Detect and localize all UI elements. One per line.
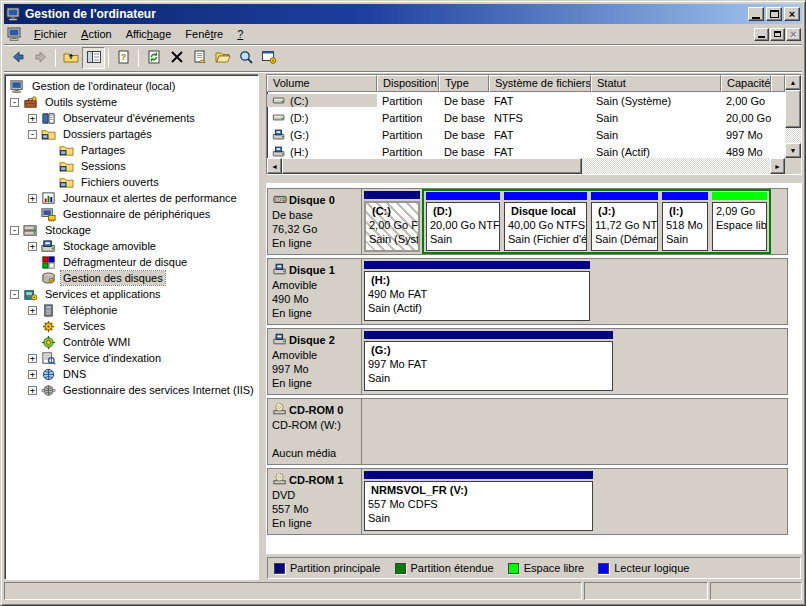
volume-row-d[interactable]: (D:)PartitionDe baseNTFSSain20,00 Go	[267, 109, 785, 126]
minimize-button[interactable]	[748, 7, 764, 21]
expand-toggle[interactable]: +	[28, 386, 37, 395]
vertical-scrollbar[interactable]: ▲ ▼	[785, 75, 801, 158]
show-hide-tree-button[interactable]	[82, 47, 105, 69]
free-space-segment[interactable]: 2,09 GoEspace lib	[710, 191, 769, 252]
collapse-toggle[interactable]: -	[10, 290, 19, 299]
tree-item-partages[interactable]: Partages	[6, 142, 258, 158]
up-one-level-button[interactable]	[59, 47, 82, 69]
column-header-volume[interactable]: Volume	[267, 75, 377, 92]
tree-item-journaux-et-alertes-de-performance[interactable]: +Journaux et alertes de performance	[6, 190, 258, 206]
menu-action[interactable]: Action	[74, 26, 119, 42]
expand-toggle[interactable]: +	[28, 194, 37, 203]
console-button[interactable]	[257, 47, 280, 69]
open-button[interactable]	[211, 47, 234, 69]
forward-button[interactable]	[29, 47, 52, 69]
refresh-button[interactable]	[142, 47, 165, 69]
disk-label[interactable]: CD-ROM 0CD-ROM (W:) Aucun média	[268, 399, 362, 464]
disk-label[interactable]: Disque 1Amovible490 MoEn ligne	[268, 259, 362, 324]
partition-size: 557 Mo CDFS	[368, 497, 589, 511]
pane-splitter[interactable]	[259, 74, 266, 580]
volume-list-header: VolumeDispositionTypeSystème de fichiers…	[267, 75, 785, 92]
maximize-button[interactable]	[766, 7, 782, 21]
console-tree: Gestion de l'ordinateur (local)-Outils s…	[4, 74, 259, 580]
partition-j[interactable]: (J:)11,72 Go NTFSain (Démarr	[589, 191, 660, 252]
tree-item-gestionnaire-de-p-riph-riques[interactable]: Gestionnaire de périphériques	[6, 206, 258, 222]
volume-list: VolumeDispositionTypeSystème de fichiers…	[266, 74, 802, 175]
partition-c[interactable]: (C:)2,00 Go FSain (Syst	[362, 189, 422, 254]
performance-icon	[41, 191, 57, 206]
expand-toggle[interactable]: +	[28, 306, 37, 315]
tree-item-stockage-amovible[interactable]: +Stockage amovible	[6, 238, 258, 254]
collapse-toggle[interactable]: -	[10, 98, 19, 107]
mdi-minimize-button[interactable]	[754, 28, 769, 41]
tree-item-services-et-applications[interactable]: -Services et applications	[6, 286, 258, 302]
menu-fentre[interactable]: Fenêtre	[178, 26, 230, 42]
back-icon	[10, 49, 26, 67]
collapse-toggle[interactable]: -	[28, 130, 37, 139]
horizontal-splitter[interactable]	[266, 175, 802, 183]
volume-row-h[interactable]: (H:)PartitionDe baseFATSain (Actif)489 M…	[267, 143, 785, 158]
tree-item-contr-le-wmi[interactable]: Contrôle WMI	[6, 334, 258, 350]
display-button[interactable]	[234, 47, 257, 69]
expand-toggle[interactable]: +	[28, 114, 37, 123]
column-header-syst-me-de-fichiers[interactable]: Système de fichiers	[489, 75, 591, 92]
collapse-toggle[interactable]: -	[10, 226, 19, 235]
menu-help[interactable]: ?	[230, 26, 250, 42]
expand-toggle[interactable]: +	[28, 354, 37, 363]
menu-fichier[interactable]: Fichier	[27, 26, 74, 42]
horizontal-scrollbar[interactable]: ◄ ►	[267, 158, 785, 174]
tree-item-label: Stockage amovible	[61, 239, 158, 253]
column-header-type[interactable]: Type	[439, 75, 489, 92]
mdi-restore-button[interactable]	[770, 28, 785, 41]
tree-item-stockage[interactable]: -Stockage	[6, 222, 258, 238]
disk-info-line: Amovible	[272, 278, 359, 292]
tree-item-observateur-d-v-nements[interactable]: +Observateur d'événements	[6, 110, 258, 126]
disk-label[interactable]: CD-ROM 1DVD557 MoEn ligne	[268, 469, 362, 534]
properties-button[interactable]	[188, 47, 211, 69]
mdi-close-button[interactable]: ×	[786, 28, 801, 41]
tree-item-t-l-phonie[interactable]: +Téléphonie	[6, 302, 258, 318]
disk-info-line: DVD	[272, 488, 359, 502]
tree-item-gestion-de-l-ordinateur-local[interactable]: Gestion de l'ordinateur (local)	[6, 78, 258, 94]
expand-toggle[interactable]: +	[28, 242, 37, 251]
tree-item-dns[interactable]: +DNS	[6, 366, 258, 382]
partition-nrmsvol_frv[interactable]: NRMSVOL_FR (V:)557 Mo CDFSSain	[362, 469, 595, 534]
column-header-capacit-[interactable]: Capacité	[721, 75, 771, 92]
partition-g[interactable]: (G:)997 Mo FATSain	[362, 329, 615, 394]
disk-management-icon	[41, 271, 57, 286]
scroll-up-button[interactable]: ▲	[785, 75, 801, 90]
tree-item-outils-syst-me[interactable]: -Outils système	[6, 94, 258, 110]
column-header-statut[interactable]: Statut	[591, 75, 721, 92]
tree-item-dossiers-partag-s[interactable]: -Dossiers partagés	[6, 126, 258, 142]
delete-button[interactable]	[165, 47, 188, 69]
expand-toggle[interactable]: +	[28, 370, 37, 379]
partition-d[interactable]: (D:)20,00 Go NTFSain	[424, 191, 502, 252]
partition-i[interactable]: (I:)518 MoSain	[660, 191, 710, 252]
disk-label[interactable]: Disque 2Amovible997 MoEn ligne	[268, 329, 362, 394]
volume-row-c[interactable]: (C:)PartitionDe baseFATSain (Système)2,0…	[267, 92, 785, 109]
tree-item-gestion-des-disques[interactable]: Gestion des disques	[6, 270, 258, 286]
removable-drive-icon	[272, 262, 289, 278]
tree-item-fichiers-ouverts[interactable]: Fichiers ouverts	[6, 174, 258, 190]
tree-item-services[interactable]: Services	[6, 318, 258, 334]
scroll-left-button[interactable]: ◄	[267, 158, 282, 174]
mdi-system-menu-icon[interactable]	[7, 26, 23, 42]
back-button[interactable]	[6, 47, 29, 69]
partition-disquelocal[interactable]: Disque local40,00 Go NTFSSain (Fichier d…	[502, 191, 589, 252]
scroll-thumb[interactable]	[785, 90, 801, 128]
tree-item-gestionnaire-des-services-internet-iis[interactable]: +Gestionnaire des services Internet (IIS…	[6, 382, 258, 398]
scroll-down-button[interactable]: ▼	[785, 143, 801, 158]
menu-affichage[interactable]: Affichage	[119, 26, 179, 42]
column-header-extra[interactable]	[771, 75, 785, 92]
volume-row-g[interactable]: (G:)PartitionDe baseFATSain997 Mo	[267, 126, 785, 143]
tree-item-sessions[interactable]: Sessions	[6, 158, 258, 174]
tree-item-d-fragmenteur-de-disque[interactable]: Défragmenteur de disque	[6, 254, 258, 270]
disk-label[interactable]: Disque 0De base76,32 GoEn ligne	[268, 189, 362, 254]
tree-item-service-d-indexation[interactable]: +Service d'indexation	[6, 350, 258, 366]
close-button[interactable]: ×	[784, 7, 800, 21]
partition-h[interactable]: (H:)490 Mo FATSain (Actif)	[362, 259, 592, 324]
scroll-right-button[interactable]: ►	[770, 158, 785, 174]
column-header-disposition[interactable]: Disposition	[377, 75, 439, 92]
scroll-thumb[interactable]	[282, 158, 582, 174]
help-button[interactable]: ?	[112, 47, 135, 69]
